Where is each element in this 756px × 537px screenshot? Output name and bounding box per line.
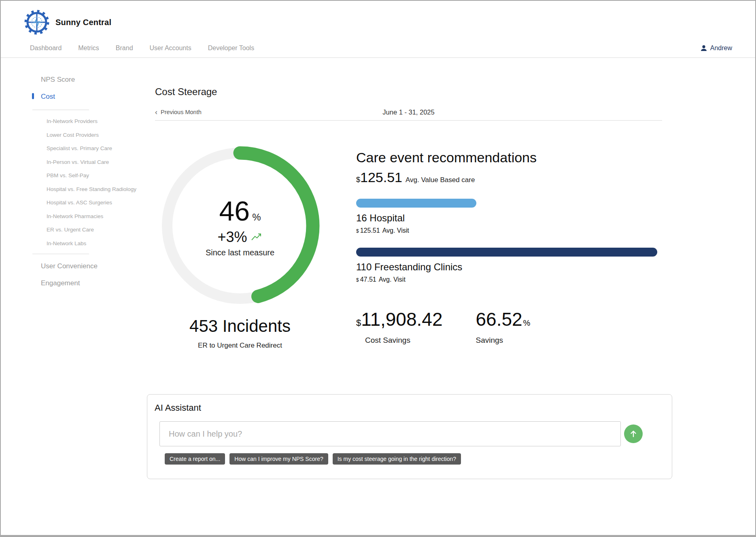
top-navbar: Dashboard Metrics Brand User Accounts De… [1,45,755,58]
cost-subnav: In-Network Providers Lower Cost Provider… [24,118,155,246]
nav-developer-tools[interactable]: Developer Tools [208,45,254,52]
sidebar-item-user-convenience[interactable]: User Convenience [24,262,155,270]
subnav-er-vs-urgent-care[interactable]: ER vs. Urgent Care [24,227,155,233]
arrow-up-icon [629,429,638,438]
nav-metrics[interactable]: Metrics [78,45,99,52]
gauge-unit: % [252,212,261,223]
incidents-caption: ER to Urgent Care Redirect [155,342,325,350]
ai-input-row [159,421,665,446]
subnav-in-person-vs-virtual[interactable]: In-Person vs. Virtual Care [24,159,155,165]
recommendations-column: Care event recommendations $ 125.51 Avg.… [356,145,657,350]
subnav-hospital-vs-asc[interactable]: Hospital vs. ASC Surgeries [24,200,155,206]
user-icon [700,45,707,52]
date-range: June 1 - 31, 2025 [155,108,662,116]
cost-savings-number: $ 11,908.42 [356,308,442,330]
hospital-avg-amount: 125.51 [360,227,380,234]
currency-symbol: $ [356,318,361,328]
subnav-specialist-vs-primary[interactable]: Specialist vs. Primary Care [24,145,155,151]
currency-symbol: $ [356,176,360,184]
ai-prompt-input[interactable] [159,421,621,446]
hospital-bar [356,199,476,208]
hospital-avg-visit: $ 125.51 Avg. Visit [356,227,657,234]
dashboard: 46% +3% Since last measure [155,145,662,350]
send-button[interactable] [624,425,643,443]
clinics-avg-caption: Avg. Visit [379,276,406,283]
savings-pct-number: 66.52 % [476,308,530,330]
avg-caption: Avg. Value Based care [406,176,475,184]
sidebar-item-nps-score[interactable]: NPS Score [24,76,155,84]
cost-savings-stat: $ 11,908.42 Cost Savings [356,308,442,345]
subnav-lower-cost-providers[interactable]: Lower Cost Providers [24,132,155,138]
sidebar-item-engagement[interactable]: Engagement [24,279,155,287]
clinics-avg-amount: 47.51 [360,276,376,283]
chip-create-report[interactable]: Create a report on... [165,453,225,465]
gauge-center: 46% +3% Since last measure [159,145,321,307]
ai-suggestion-chips: Create a report on... How can I improve … [165,453,665,465]
avg-value-based-care: $ 125.51 Avg. Value Based care [356,170,657,185]
gauge-delta: +3% [217,229,262,246]
savings-pct-value: 66.52 [476,308,522,330]
brand-name: Sunny Central [55,18,111,27]
nav-dashboard[interactable]: Dashboard [30,45,62,52]
sidebar-item-label: NPS Score [41,76,75,84]
trending-up-icon [251,232,263,242]
currency-symbol: $ [356,277,359,283]
subnav-in-network-pharmacies[interactable]: In-Network Pharmacies [24,213,155,219]
gauge-number: 46 [219,195,250,226]
month-selector-row: ‹ Previous Month June 1 - 31, 2025 [155,109,662,121]
clinics-bar [356,248,657,257]
clinics-label: 110 Freestanding Clinics [356,261,657,273]
cost-savings-value: 11,908.42 [361,308,442,330]
savings-pct-stat: 66.52 % Savings [476,308,530,345]
currency-symbol: $ [356,228,359,234]
user-name: Andrew [710,45,732,52]
sunny-central-logo-icon [24,9,50,35]
gauge-column: 46% +3% Since last measure [155,145,325,350]
sidebar-item-label: User Convenience [41,262,98,270]
chip-cost-steerage-direction[interactable]: Is my cost steerage going in the right d… [333,453,461,465]
subnav-in-network-labs[interactable]: In-Network Labs [24,240,155,246]
savings-pct-label: Savings [476,336,530,345]
donut-chart: 46% +3% Since last measure [159,145,321,307]
sidebar-item-label: Cost [41,93,55,101]
active-marker [32,93,34,99]
incidents-value: 453 Incidents [155,316,325,336]
gauge-value: 46% [219,197,261,225]
gauge-caption: Since last measure [206,248,274,257]
percent-symbol: % [523,318,531,328]
sidebar-item-label: Engagement [41,279,80,287]
sidebar: NPS Score Cost In-Network Providers Lowe… [24,58,155,350]
main-content: Cost Steerage ‹ Previous Month June 1 - … [155,58,662,350]
page-title: Cost Steerage [155,86,662,98]
sidebar-divider [32,110,89,110]
brand-row: Sunny Central [1,1,755,36]
clinics-avg-visit: $ 47.51 Avg. Visit [356,276,657,283]
ai-assistant-card: AI Assistant Create a report on... How c… [147,394,672,479]
hospital-avg-caption: Avg. Visit [382,227,409,234]
subnav-hospital-vs-radiology[interactable]: Hospital vs. Free Standing Radiology [24,186,155,192]
ai-assistant-title: AI Assistant [155,403,665,413]
layout: NPS Score Cost In-Network Providers Lowe… [1,58,755,350]
app-window: Sunny Central Dashboard Metrics Brand Us… [0,0,756,537]
sidebar-item-cost[interactable]: Cost [24,93,155,101]
header: Sunny Central Dashboard Metrics Brand Us… [1,1,755,58]
subnav-pbm-vs-self-pay[interactable]: PBM vs. Self-Pay [24,172,155,178]
avg-value: 125.51 [360,170,402,185]
nav-user-accounts[interactable]: User Accounts [150,45,191,52]
gauge-delta-value: +3% [217,229,247,246]
chip-improve-nps[interactable]: How can I improve my NPS Score? [229,453,328,465]
user-menu[interactable]: Andrew [700,45,732,52]
nav-brand[interactable]: Brand [116,45,133,52]
recommendations-title: Care event recommendations [356,150,657,166]
hospital-label: 16 Hospital [356,212,657,224]
subnav-in-network-providers[interactable]: In-Network Providers [24,118,155,124]
savings-stats: $ 11,908.42 Cost Savings 66.52 % Savings [356,308,657,345]
sidebar-divider [32,254,89,254]
cost-savings-label: Cost Savings [356,336,442,345]
